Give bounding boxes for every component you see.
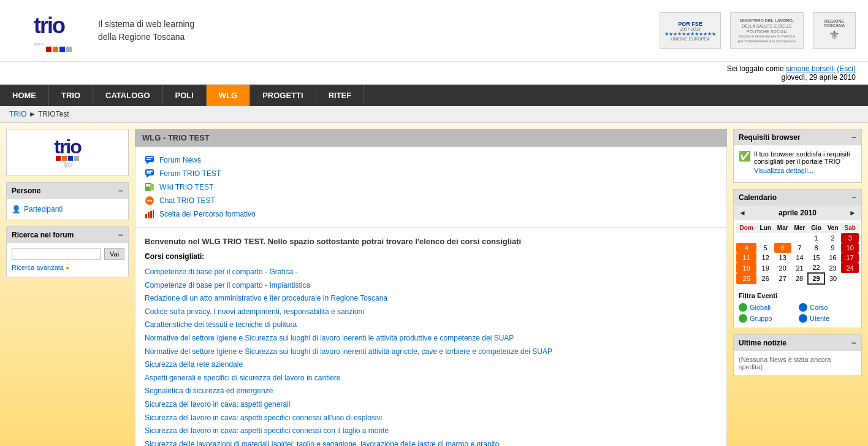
cal-day[interactable]: 18 — [736, 263, 756, 273]
course-link[interactable]: Sicurezza delle lavorazioni di materiali… — [145, 438, 717, 446]
search-input[interactable] — [12, 248, 101, 260]
username-link[interactable]: simone borselli — [786, 64, 835, 73]
filter-item-gruppo[interactable]: Gruppo — [739, 314, 796, 323]
cal-day[interactable]: 5 — [756, 243, 774, 253]
cal-day[interactable]: 12 — [756, 253, 774, 263]
course-link[interactable]: Sicurezza della rete aziendale — [145, 358, 717, 372]
persone-header: Persone − — [7, 183, 128, 199]
filter-item-corso[interactable]: Corso — [799, 303, 856, 312]
filter-item-utente[interactable]: Utente — [799, 314, 856, 323]
cal-day[interactable]: 17 — [841, 253, 859, 263]
cal-day[interactable]: 2 — [824, 233, 842, 243]
nav-item-trio[interactable]: TRIO — [49, 85, 93, 106]
welcome-text: Benvenuto nel WLG TRIO TEST. Nello spazi… — [145, 237, 717, 246]
cal-day[interactable]: 11 — [736, 253, 756, 263]
course-link[interactable]: Aspetti generali e specifici di sicurezz… — [145, 372, 717, 385]
cal-day[interactable]: 14 — [791, 253, 809, 263]
cal-day[interactable]: 6 — [774, 243, 791, 253]
navbar: HOMETRIOCATALOGOPOLIWLGPROGETTIRITeF — [0, 85, 868, 106]
content-link-scelta[interactable]: Scelta del Percorso formativo — [145, 207, 717, 221]
course-link[interactable]: Competenze di base per il comparto - Gra… — [145, 266, 717, 279]
breadcrumb-sep: ► — [29, 110, 38, 118]
cal-day[interactable]: 27 — [774, 273, 791, 284]
calendar-table: DomLunMarMerGioVenSab 123456789101112131… — [736, 223, 859, 285]
ricerca-collapse-btn[interactable]: − — [118, 230, 123, 240]
cal-day[interactable]: 20 — [774, 263, 791, 273]
cal-next-btn[interactable]: ► — [849, 209, 856, 217]
cal-day[interactable]: 10 — [841, 243, 859, 253]
content-link-chat-trio[interactable]: Chat TRIO TEST — [145, 194, 717, 207]
content-link-forum-trio[interactable]: Forum TRIO TEST — [145, 167, 717, 180]
ricerca-section: Ricerca nei forum − Vai Ricerca avanzata… — [6, 226, 129, 277]
cal-day[interactable]: 7 — [791, 243, 809, 253]
partecipanti-link[interactable]: 👤 Partecipanti — [12, 204, 123, 215]
course-link[interactable]: Normative del settore Igiene e Sicurezza… — [145, 332, 717, 345]
nav-item-wlg[interactable]: WLG — [207, 85, 250, 106]
site-logo: trio trio — [12, 6, 86, 55]
cal-day[interactable]: 26 — [756, 273, 774, 284]
filter-label-gruppo: Gruppo — [750, 315, 772, 322]
content-link-wiki-trio[interactable]: Wiki TRIO TEST — [145, 180, 717, 194]
course-link[interactable]: Caratteristiche dei tessuti e tecniche d… — [145, 318, 717, 332]
course-link[interactable]: Codice sulla privacy. I nuovi adempiment… — [145, 306, 717, 319]
cal-day[interactable]: 3 — [841, 233, 859, 243]
course-link[interactable]: Segnaletica di sicurezza ed emergenze — [145, 385, 717, 398]
cal-day[interactable]: 22 — [808, 263, 824, 273]
content-link-label-forum-trio: Forum TRIO TEST — [159, 169, 221, 178]
content-link-forum-news[interactable]: Forum News — [145, 153, 717, 167]
cal-day[interactable]: 19 — [756, 263, 774, 273]
nav-item-poli[interactable]: POLI — [163, 85, 207, 106]
cal-day[interactable]: 1 — [808, 233, 824, 243]
logout-link-a[interactable]: (Esci) — [837, 64, 856, 73]
cal-day[interactable]: 24 — [841, 263, 859, 273]
cal-day[interactable]: 4 — [736, 243, 756, 253]
sidebar-logo-box: trio trio — [6, 129, 129, 176]
breadcrumb-trio[interactable]: TRIO — [9, 110, 27, 118]
cal-day[interactable]: 13 — [774, 253, 791, 263]
course-link[interactable]: Competenze di base per il comparto - Imp… — [145, 279, 717, 293]
svg-rect-10 — [146, 184, 150, 185]
advanced-search-link[interactable]: Ricerca avanzata ● — [12, 264, 69, 271]
filter-icon-gruppo — [739, 314, 747, 323]
user-text: Sei loggato come — [727, 64, 784, 73]
requisiti-collapse-btn[interactable]: − — [851, 133, 856, 142]
course-link[interactable]: Redazione di un atto amministrativo e it… — [145, 292, 717, 306]
ricerca-title: Ricerca nei forum — [12, 231, 74, 239]
cal-day[interactable]: 30 — [824, 273, 842, 284]
forum-icon — [145, 169, 154, 179]
calendario-collapse-btn[interactable]: − — [851, 193, 856, 202]
nav-item-catalogo[interactable]: CATALOGO — [93, 85, 162, 106]
nav-item-progetti[interactable]: PROGETTI — [250, 85, 316, 106]
svg-rect-9 — [150, 184, 154, 190]
cal-header-mer: Mer — [791, 223, 809, 233]
content-link-label-forum-news: Forum News — [159, 156, 201, 164]
cal-day[interactable]: 16 — [824, 253, 842, 263]
requisiti-text: Il tuo browser soddisfa i requisiti cons… — [754, 150, 850, 165]
filter-label-corso: Corso — [810, 304, 828, 311]
cal-prev-btn[interactable]: ◄ — [739, 209, 746, 217]
cal-day[interactable]: 15 — [808, 253, 824, 263]
forum-icon — [145, 155, 154, 165]
course-link[interactable]: Sicurezza del lavoro in cava: aspetti sp… — [145, 425, 717, 438]
filter-icon-utente — [799, 314, 807, 323]
advanced-search-label: Ricerca avanzata — [12, 264, 64, 271]
persone-collapse-btn[interactable]: − — [118, 186, 123, 196]
cal-day[interactable]: 25 — [736, 273, 756, 284]
filter-item-globali[interactable]: Globali — [739, 303, 796, 312]
cal-day[interactable]: 28 — [791, 273, 809, 284]
requisiti-header: Requisiti browser − — [734, 129, 861, 145]
cal-day[interactable]: 29 — [808, 273, 824, 284]
nav-item-ritef[interactable]: RITeF — [316, 85, 365, 106]
cal-day[interactable]: 23 — [824, 263, 842, 273]
visualizza-dettagli-link[interactable]: Visualizza dettagli... — [754, 167, 856, 174]
cal-day — [774, 233, 791, 243]
course-link[interactable]: Sicurezza del lavoro in cava: aspetti sp… — [145, 412, 717, 425]
search-button[interactable]: Vai — [104, 248, 124, 260]
cal-day[interactable]: 8 — [808, 243, 824, 253]
notizie-collapse-btn[interactable]: − — [851, 338, 856, 348]
cal-day[interactable]: 9 — [824, 243, 842, 253]
course-link[interactable]: Normative del settore Igiene e Sicurezza… — [145, 345, 717, 359]
course-link[interactable]: Sicurezza del lavoro in cava: aspetti ge… — [145, 398, 717, 412]
cal-day[interactable]: 21 — [791, 263, 809, 273]
nav-item-home[interactable]: HOME — [0, 85, 49, 106]
